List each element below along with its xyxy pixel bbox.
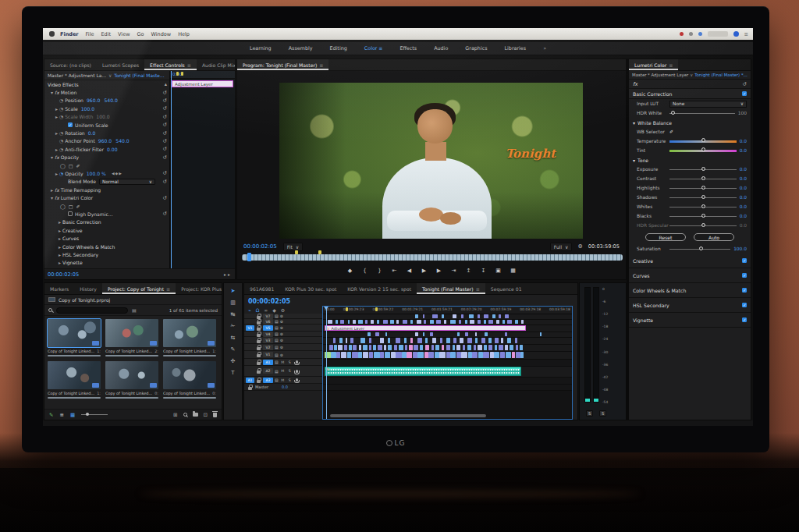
lock-icon[interactable] bbox=[257, 334, 261, 337]
step-back-button[interactable]: ◀ bbox=[407, 268, 413, 274]
timeline-timecode[interactable]: 00:00:02:05 bbox=[248, 298, 290, 305]
param-value[interactable]: 540.0 bbox=[104, 98, 117, 103]
timeline-clip[interactable] bbox=[488, 338, 492, 343]
stopwatch-icon[interactable]: ◔ bbox=[59, 130, 63, 136]
timeline-clip[interactable] bbox=[460, 338, 463, 343]
sync-lock-icon[interactable]: ▤ bbox=[275, 338, 279, 342]
timeline-clip[interactable] bbox=[484, 345, 487, 350]
timeline-clip[interactable] bbox=[336, 320, 338, 324]
workspace-tab-color[interactable]: Color ≡ bbox=[364, 45, 383, 51]
timeline-clip[interactable] bbox=[423, 332, 425, 336]
clip-thumbnail[interactable] bbox=[163, 319, 216, 347]
param-value[interactable]: 0.0 bbox=[88, 130, 96, 136]
tone-value[interactable]: 0.0 bbox=[740, 167, 747, 172]
timeline-clip[interactable] bbox=[350, 338, 353, 343]
timeline-clip[interactable] bbox=[333, 338, 336, 343]
track-header-v3[interactable]: V3▤⊚ bbox=[244, 337, 322, 344]
track-target-button[interactable]: V7 bbox=[263, 314, 273, 319]
clip-hover-scrubber[interactable] bbox=[48, 355, 101, 356]
pen-tool[interactable]: ✎ bbox=[231, 346, 236, 353]
param-value[interactable]: 100.0 bbox=[81, 106, 94, 112]
disclosure-icon[interactable]: ▸ bbox=[54, 171, 59, 176]
timeline-clip[interactable] bbox=[481, 338, 485, 343]
track-lane-v1[interactable] bbox=[323, 352, 572, 360]
track-lane-v7[interactable] bbox=[323, 314, 572, 320]
timeline-clip[interactable] bbox=[461, 352, 467, 358]
keyframe-nav-icons[interactable]: ◀◆▶ bbox=[112, 172, 123, 176]
ec-row-opacity[interactable]: ▸◔Opacity100.0 %◀◆▶↺ bbox=[44, 169, 169, 177]
source-patch[interactable] bbox=[246, 360, 254, 365]
timeline-clip[interactable] bbox=[380, 352, 384, 358]
disclosure-icon[interactable]: ▸ bbox=[57, 260, 62, 265]
timeline-clip[interactable] bbox=[500, 352, 505, 358]
tab-audio-clip-mixer-t[interactable]: Audio Clip Mixer: T bbox=[197, 59, 235, 70]
tone-value[interactable]: 0.0 bbox=[740, 214, 747, 218]
lock-icon[interactable] bbox=[257, 380, 261, 383]
ec-timecode[interactable]: 00:00:02:05 bbox=[48, 271, 79, 278]
panel-menu-icon[interactable]: ≡ bbox=[669, 62, 673, 68]
track-target-button[interactable]: V1 bbox=[263, 352, 273, 357]
hand-tool[interactable]: ✣ bbox=[231, 358, 236, 364]
param-value[interactable]: 960.0 bbox=[98, 138, 112, 144]
section-vignette[interactable]: Vignette✓ bbox=[629, 313, 751, 328]
program-video-frame[interactable]: Tonight bbox=[279, 83, 583, 239]
timeline-clip[interactable] bbox=[505, 332, 507, 336]
ec-row-anchor-point[interactable]: ◔Anchor Point960.0540.0↺ bbox=[44, 137, 169, 145]
timeline-clip[interactable] bbox=[475, 332, 478, 336]
timeline-clip[interactable] bbox=[457, 332, 460, 336]
ec-row-anti-flicker-filter[interactable]: ▸◔Anti-flicker Filter0.00↺ bbox=[44, 145, 169, 153]
tab-kor-plus-30-sec-spot[interactable]: KOR Plus 30 sec. spot bbox=[279, 283, 342, 294]
disclosure-icon[interactable]: ▸ bbox=[54, 147, 59, 152]
timeline-clip[interactable] bbox=[467, 345, 471, 350]
slider-contrast[interactable] bbox=[669, 179, 737, 179]
timeline-clip[interactable] bbox=[347, 352, 352, 358]
ec-adjustment-clip[interactable]: Adjustment Layer bbox=[172, 80, 233, 87]
timeline-clip[interactable] bbox=[461, 314, 463, 318]
reset-icon[interactable]: ↺ bbox=[163, 122, 167, 128]
timeline-clip[interactable] bbox=[358, 352, 362, 358]
timeline-clip[interactable] bbox=[430, 332, 433, 336]
timeline-clip[interactable] bbox=[446, 338, 450, 343]
master-value[interactable]: 0.0 bbox=[282, 385, 288, 389]
timeline-clip[interactable] bbox=[485, 332, 488, 336]
program-scrubber[interactable] bbox=[242, 254, 623, 261]
clip-card[interactable]: Copy of Tonight Linked...2:19 bbox=[105, 319, 158, 356]
timeline-clip[interactable] bbox=[369, 345, 371, 350]
source-patch[interactable] bbox=[246, 314, 254, 319]
tone-subsection[interactable]: ▾Tone bbox=[629, 155, 751, 165]
disclosure-icon[interactable]: ▾ bbox=[49, 90, 55, 95]
timeline-clip[interactable] bbox=[475, 338, 478, 343]
timeline-clip[interactable] bbox=[505, 345, 508, 350]
timeline-clip[interactable] bbox=[334, 345, 336, 350]
track-target-button[interactable]: V3 bbox=[263, 338, 273, 343]
play-button[interactable]: ▶ bbox=[421, 268, 428, 274]
section-basic-correction[interactable]: Basic Correction ✓ bbox=[629, 89, 751, 99]
sync-lock-icon[interactable]: ▤ bbox=[275, 353, 279, 357]
eyedropper-icon[interactable]: ✐ bbox=[669, 129, 673, 134]
track-header-master[interactable]: Master0.0 bbox=[244, 384, 322, 391]
timeline-clip[interactable] bbox=[512, 352, 515, 358]
sync-lock-icon[interactable]: ▤ bbox=[275, 369, 279, 374]
track-lane-a1[interactable] bbox=[323, 360, 572, 367]
lock-icon[interactable] bbox=[257, 347, 261, 350]
zoom-level-dropdown[interactable]: Fit∨ bbox=[283, 243, 303, 251]
sync-lock-icon[interactable]: ▤ bbox=[275, 378, 279, 382]
param-value[interactable]: 960.0 bbox=[87, 98, 100, 103]
linked-selection-icon[interactable]: ∞ bbox=[264, 307, 268, 313]
timeline-clip[interactable] bbox=[377, 320, 379, 324]
timeline-clip[interactable] bbox=[540, 332, 542, 336]
timeline-clip[interactable] bbox=[384, 345, 386, 350]
clip-thumbnail[interactable] bbox=[48, 361, 101, 389]
thumbnail-zoom-slider[interactable] bbox=[81, 414, 108, 415]
tab-program[interactable]: Program: Tonight (Final Master)≡ bbox=[237, 59, 328, 70]
disclosure-icon[interactable]: ▸ bbox=[54, 130, 59, 136]
timeline-clip[interactable] bbox=[446, 345, 450, 350]
timeline-clip[interactable] bbox=[435, 352, 439, 358]
timeline-clip[interactable] bbox=[368, 332, 370, 336]
track-lane-a3[interactable] bbox=[323, 378, 572, 385]
checkbox-checked-icon[interactable]: ✓ bbox=[742, 273, 747, 278]
status-dot-icon[interactable] bbox=[680, 32, 684, 36]
source-patch[interactable]: V1 bbox=[246, 325, 254, 331]
timeline-clip[interactable] bbox=[353, 345, 357, 350]
track-header-v4[interactable]: V4▤⊚ bbox=[244, 332, 322, 337]
